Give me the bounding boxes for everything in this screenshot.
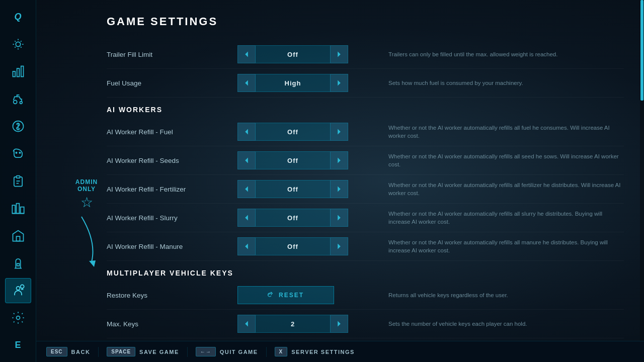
ai-refill-manure-right-btn[interactable] — [330, 237, 348, 255]
svg-marker-21 — [245, 80, 248, 85]
quit-game-label: QUIT GAME — [220, 349, 258, 355]
setting-desc-ai-refill-fuel: Whether or not the AI worker automatical… — [388, 124, 624, 140]
ai-refill-fuel-value: Off — [256, 123, 330, 141]
sidebar-item-gear[interactable] — [5, 305, 31, 330]
svg-marker-31 — [245, 243, 248, 249]
section-header-ai-workers: AI WORKERS — [107, 98, 624, 118]
setting-desc-restore-keys: Returns all vehicle keys regardless of t… — [388, 291, 624, 299]
ai-refill-manure-value: Off — [256, 237, 330, 255]
setting-row-max-keys: Max. Keys 2 Sets the number of vehicle k… — [107, 310, 624, 338]
ai-refill-slurry-right-btn[interactable] — [330, 209, 348, 227]
ai-refill-seeds-value: Off — [256, 151, 330, 169]
svg-rect-1 — [13, 71, 15, 77]
svg-rect-14 — [17, 263, 19, 266]
server-settings-label: SERVER SETTINGS — [291, 349, 355, 355]
scrollbar[interactable] — [640, 0, 644, 341]
admin-only-annotation: ADMINONLY ☆ — [36, 178, 137, 274]
back-button[interactable]: ESC BACK — [46, 347, 90, 356]
max-keys-value: 2 — [256, 315, 330, 333]
max-keys-right-btn[interactable] — [330, 315, 348, 333]
server-settings-button[interactable]: X SERVER SETTINGS — [275, 347, 355, 356]
setting-label-ai-refill-seeds: AI Worker Refill - Seeds — [107, 157, 237, 164]
svg-marker-19 — [245, 51, 248, 57]
back-label: BACK — [71, 349, 91, 355]
setting-label-restore-keys: Restore Keys — [107, 292, 237, 299]
setting-control-ai-refill-seeds: Off — [237, 151, 348, 169]
ai-refill-fertilizer-right-btn[interactable] — [330, 180, 348, 198]
svg-point-4 — [13, 100, 17, 104]
sidebar-item-production[interactable] — [5, 196, 31, 221]
sidebar-item-q[interactable]: Q — [5, 4, 31, 29]
sidebar-item-e[interactable]: E — [5, 333, 31, 358]
svg-marker-27 — [245, 186, 248, 192]
ai-refill-fertilizer-left-btn[interactable] — [237, 180, 256, 198]
scrollbar-thumb[interactable] — [640, 0, 643, 101]
arrow-key-badge: ←→ — [196, 347, 216, 356]
ai-refill-slurry-left-btn[interactable] — [237, 209, 256, 227]
ai-refill-seeds-left-btn[interactable] — [237, 151, 256, 169]
economy-icon — [11, 119, 25, 133]
esc-key-badge: ESC — [46, 347, 67, 356]
weather-icon — [11, 37, 25, 51]
fuel-usage-right-btn[interactable] — [330, 74, 348, 92]
ai-refill-slurry-value: Off — [256, 209, 330, 227]
sidebar-item-farm[interactable] — [5, 223, 31, 248]
setting-label-fuel-usage: Fuel Usage — [107, 79, 237, 87]
trailer-fill-limit-value: Off — [256, 45, 330, 63]
sidebar-item-animals[interactable] — [5, 141, 31, 166]
svg-marker-28 — [338, 186, 341, 192]
ai-refill-fertilizer-value: Off — [256, 180, 330, 198]
svg-marker-33 — [245, 321, 248, 326]
max-keys-left-btn[interactable] — [237, 315, 256, 333]
svg-marker-22 — [338, 80, 341, 85]
setting-control-ai-refill-fertilizer: Off — [237, 180, 348, 198]
main-content: GAME SETTINGS Trailer Fill Limit Off Tra… — [36, 0, 644, 342]
settings-container: Trailer Fill Limit Off Trailers can only… — [107, 40, 624, 338]
fuel-usage-left-btn[interactable] — [237, 74, 256, 92]
space-key-badge: SPACE — [107, 347, 135, 356]
setting-row-ai-refill-fertilizer: AI Worker Refill - Fertilizer Off Whethe… — [107, 175, 624, 204]
ai-refill-fuel-right-btn[interactable] — [330, 123, 348, 141]
save-game-button[interactable]: SPACE SAVE GAME — [107, 347, 179, 356]
x-key-badge: X — [275, 347, 288, 356]
setting-row-ai-refill-slurry: AI Worker Refill - Slurry Off Whether or… — [107, 204, 624, 232]
sidebar-item-silo[interactable] — [5, 250, 31, 276]
admin-only-text: ADMINONLY — [36, 178, 137, 193]
reset-icon — [268, 292, 275, 299]
setting-desc-trailer-fill-limit: Trailers can only be filled until the ma… — [388, 50, 624, 58]
svg-marker-34 — [338, 321, 341, 326]
trailer-fill-limit-left-btn[interactable] — [237, 45, 256, 63]
sidebar-item-contracts[interactable] — [5, 168, 31, 194]
svg-marker-23 — [245, 129, 248, 134]
sidebar-item-tractor[interactable] — [5, 86, 31, 111]
setting-control-ai-refill-manure: Off — [237, 237, 348, 255]
svg-marker-25 — [245, 157, 248, 163]
setting-control-ai-refill-slurry: Off — [237, 209, 348, 227]
trailer-fill-limit-right-btn[interactable] — [330, 45, 348, 63]
admin-star: ☆ — [36, 194, 137, 211]
sidebar-item-stats[interactable] — [5, 59, 31, 84]
sidebar-item-weather[interactable] — [5, 31, 31, 56]
ai-refill-manure-left-btn[interactable] — [237, 237, 256, 255]
svg-point-5 — [20, 101, 22, 104]
ai-refill-fuel-left-btn[interactable] — [237, 123, 256, 141]
setting-control-trailer-fill-limit: Off — [237, 45, 348, 63]
restore-keys-reset-button[interactable]: RESET — [237, 286, 334, 304]
section-header-multiplayer-keys: MULTIPLAYER VEHICLE KEYS — [107, 261, 624, 281]
svg-point-7 — [16, 152, 17, 153]
silo-icon — [11, 256, 25, 270]
animals-icon — [11, 146, 25, 160]
gear-icon — [11, 311, 25, 325]
sidebar-item-ai-settings[interactable] — [5, 278, 31, 304]
svg-rect-12 — [20, 207, 24, 214]
setting-control-max-keys: 2 — [237, 315, 348, 333]
sidebar: Q E — [0, 0, 36, 362]
svg-point-8 — [19, 152, 20, 153]
svg-rect-11 — [16, 204, 19, 214]
sidebar-item-economy[interactable] — [5, 114, 31, 139]
svg-point-17 — [16, 316, 20, 320]
setting-row-ai-refill-seeds: AI Worker Refill - Seeds Off Whether or … — [107, 146, 624, 175]
setting-desc-ai-refill-seeds: Whether or not the AI worker automatical… — [388, 152, 624, 168]
quit-game-button[interactable]: ←→ QUIT GAME — [196, 347, 258, 356]
ai-refill-seeds-right-btn[interactable] — [330, 151, 348, 169]
